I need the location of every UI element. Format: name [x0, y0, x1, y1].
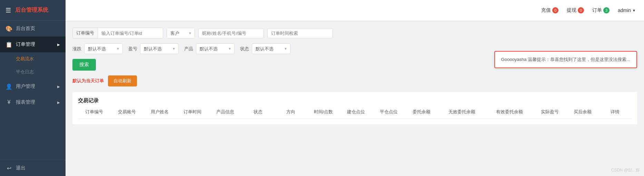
- order-icon: 📋: [6, 41, 12, 48]
- auto-refresh-button[interactable]: 自动刷新: [108, 75, 137, 86]
- table-title: 交易记录: [78, 97, 632, 104]
- product-group: 产品 默认不选 ▼: [184, 43, 235, 54]
- sidebar-item-trade-flow[interactable]: 交易流水: [0, 52, 66, 65]
- col-direction: 方向: [274, 109, 307, 115]
- order-badge: 3: [603, 7, 610, 13]
- default-today-text: 默认为当天订单: [72, 78, 104, 84]
- col-entrust-balance: 委托余额: [405, 109, 438, 115]
- profit-loss-select[interactable]: 默认不选: [140, 44, 178, 54]
- customer-select-wrap: 客户 ▼: [167, 28, 195, 38]
- rise-fall-select[interactable]: 默认不选: [85, 44, 122, 54]
- col-close-position: 平仓点位: [373, 109, 405, 115]
- table-section: 交易记录 订单编号 交易账号 用户姓名 订单时间 产品信息 状态 方向 时间/点…: [72, 92, 637, 124]
- sidebar-item-logout[interactable]: ↩ 退出: [0, 160, 66, 176]
- chevron-right-icon: ▶: [57, 85, 60, 89]
- product-label: 产品: [184, 46, 193, 52]
- sidebar-item-order-management[interactable]: 📋 订单管理 ▶: [0, 37, 66, 52]
- sidebar-title: 后台管理系统: [15, 7, 48, 14]
- customer-select[interactable]: 客户: [167, 28, 195, 38]
- sidebar-item-label: 报表管理: [16, 99, 35, 105]
- product-select[interactable]: 默认不选: [196, 44, 234, 54]
- rise-fall-select-wrap: 默认不选 ▼: [84, 43, 123, 54]
- col-valid-entrust: 有效委托余额: [486, 109, 533, 115]
- recharge-label: 充值: [541, 7, 551, 13]
- recharge-badge: 0: [552, 7, 558, 13]
- main-area: 充值 0 提现 0 订单 3 admin ▼ 订单编号: [66, 0, 644, 176]
- status-select-wrap: 默认不选 ▼: [252, 43, 290, 54]
- status-label: 状态: [240, 46, 249, 52]
- sidebar-header: ☰ 后台管理系统: [0, 0, 66, 21]
- sidebar: ☰ 后台管理系统 🎨 后台首页 📋 订单管理 ▶ 交易流水 平仓日志 👤 用户管…: [0, 0, 66, 176]
- rise-fall-label: 涨跌: [72, 46, 81, 52]
- customer-filter: 客户 ▼: [167, 28, 195, 39]
- home-icon: 🎨: [6, 25, 12, 32]
- filter-row-1: 订单编号 客户 ▼: [72, 28, 637, 39]
- tooltip-popup: Gooooyasha 温馨提示：恭喜您找到了这里，但是这里没法搜索...: [494, 51, 637, 68]
- col-actual-pnl: 实际盈亏: [533, 109, 566, 115]
- withdraw-badge: 0: [578, 7, 584, 13]
- sidebar-item-close-log[interactable]: 平仓日志: [0, 65, 66, 79]
- col-invalid-entrust: 无效委托余额: [438, 109, 486, 115]
- withdraw-item[interactable]: 提现 0: [567, 7, 584, 13]
- col-detail: 详情: [599, 109, 632, 115]
- col-order-time: 订单时间: [176, 109, 209, 115]
- sidebar-item-dashboard[interactable]: 🎨 后台首页: [0, 21, 66, 37]
- chevron-right-icon: ▶: [57, 101, 60, 104]
- tooltip-text: Gooooyasha 温馨提示：恭喜您找到了这里，但是这里没法搜索...: [501, 57, 630, 62]
- hamburger-icon[interactable]: ☰: [6, 7, 11, 14]
- user-name: admin: [618, 8, 631, 13]
- user-icon: 👤: [6, 83, 12, 90]
- action-row: 默认为当天订单 自动刷新: [72, 75, 637, 86]
- chevron-right-icon: ▶: [57, 43, 60, 46]
- col-time-points: 时间/点数: [307, 109, 340, 115]
- order-id-label: 订单编号: [73, 28, 98, 38]
- status-group: 状态 默认不选 ▼: [240, 43, 290, 54]
- table-header: 订单编号 交易账号 用户姓名 订单时间 产品信息 状态 方向 时间/点数 建仓点…: [78, 109, 632, 119]
- rise-fall-group: 涨跌 默认不选 ▼: [72, 43, 123, 54]
- order-label: 订单: [592, 7, 602, 13]
- col-trade-account: 交易账号: [111, 109, 143, 115]
- logout-icon: ↩: [6, 165, 12, 172]
- watermark: CSDN @郜...辉: [611, 167, 640, 173]
- topbar: 充值 0 提现 0 订单 3 admin ▼: [66, 0, 644, 21]
- profit-loss-label: 盈亏: [128, 46, 137, 52]
- user-menu-arrow: ▼: [632, 9, 636, 12]
- col-open-position: 建仓点位: [340, 109, 373, 115]
- search-button[interactable]: 搜索: [72, 59, 96, 71]
- product-select-wrap: 默认不选 ▼: [196, 43, 235, 54]
- profit-loss-group: 盈亏 默认不选 ▼: [128, 43, 179, 54]
- nickname-input[interactable]: [198, 28, 264, 38]
- sidebar-item-report-management[interactable]: ¥ 报表管理 ▶: [0, 94, 66, 110]
- col-product-info: 产品信息: [209, 109, 242, 115]
- sidebar-item-user-management[interactable]: 👤 用户管理 ▶: [0, 79, 66, 94]
- trade-flow-label: 交易流水: [16, 56, 34, 62]
- close-log-label: 平仓日志: [16, 69, 34, 75]
- logout-label: 退出: [16, 165, 26, 171]
- withdraw-label: 提现: [567, 7, 576, 13]
- content-area: 订单编号 客户 ▼ 涨跌: [66, 21, 644, 176]
- sidebar-item-label: 用户管理: [16, 83, 35, 90]
- order-id-input[interactable]: [98, 29, 163, 38]
- report-icon: ¥: [6, 99, 12, 106]
- col-post-buy-balance: 买后余额: [566, 109, 599, 115]
- profit-loss-select-wrap: 默认不选 ▼: [140, 43, 179, 54]
- order-id-filter: 订单编号: [72, 28, 163, 39]
- status-select[interactable]: 默认不选: [252, 44, 290, 54]
- sidebar-item-label: 后台首页: [16, 25, 35, 32]
- col-status: 状态: [241, 109, 274, 115]
- user-menu[interactable]: admin ▼: [618, 8, 636, 13]
- sidebar-item-label: 订单管理: [16, 41, 35, 48]
- col-username: 用户姓名: [143, 109, 176, 115]
- col-order-id: 订单编号: [78, 109, 111, 115]
- recharge-item[interactable]: 充值 0: [541, 7, 558, 13]
- sidebar-nav: 🎨 后台首页 📋 订单管理 ▶ 交易流水 平仓日志 👤 用户管理 ▶ ¥ 报表管…: [0, 21, 66, 160]
- order-item[interactable]: 订单 3: [592, 7, 610, 13]
- datetime-input[interactable]: [267, 28, 333, 38]
